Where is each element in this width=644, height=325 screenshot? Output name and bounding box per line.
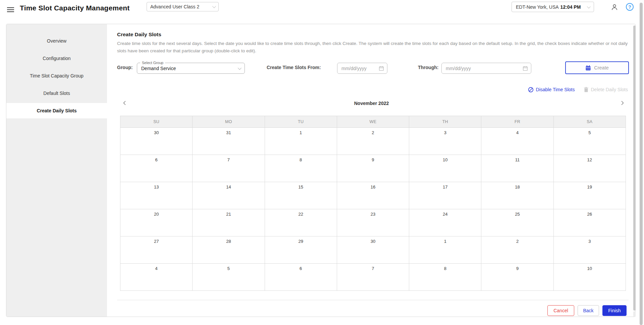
page-title: Time Slot Capacity Management bbox=[20, 4, 130, 12]
calendar-day-cell[interactable]: 11 bbox=[481, 155, 553, 182]
calendar-day-cell[interactable]: 1 bbox=[409, 236, 481, 264]
calendar-day-cell[interactable]: 8 bbox=[409, 264, 481, 291]
calendar-day-cell[interactable]: 7 bbox=[337, 264, 409, 291]
calendar-day-cell[interactable]: 9 bbox=[337, 155, 409, 182]
day-header: MO bbox=[193, 116, 265, 128]
calendar-day-cell[interactable]: 14 bbox=[193, 182, 265, 209]
calendar-day-cell[interactable]: 25 bbox=[481, 209, 553, 236]
calendar-day-cell[interactable]: 16 bbox=[337, 182, 409, 209]
calendar-day-cell[interactable]: 28 bbox=[193, 236, 265, 264]
calendar-week-row: 27 28 29 30 1 2 3 bbox=[120, 236, 626, 264]
delete-daily-slots-button[interactable]: Delete Daily Slots bbox=[584, 87, 628, 92]
calendar-day-cell[interactable]: 6 bbox=[120, 155, 193, 182]
hamburger-menu-icon[interactable] bbox=[7, 5, 15, 13]
content-scrollbar-thumb[interactable] bbox=[633, 25, 636, 311]
app-header: Time Slot Capacity Management Advanced U… bbox=[0, 0, 644, 19]
create-button[interactable]: Create bbox=[565, 61, 629, 74]
sidebar-item-time-slot-capacity-group[interactable]: Time Slot Capacity Group bbox=[6, 67, 107, 85]
calendar-header-row: SU MO TU WE TH FR SA bbox=[120, 116, 626, 128]
calendar-day-cell[interactable]: 6 bbox=[265, 264, 337, 291]
calendar-day-cell[interactable]: 19 bbox=[553, 182, 626, 209]
calendar-day-cell[interactable]: 20 bbox=[120, 209, 193, 236]
actions-row: Disable Time Slots Delete Daily Slots bbox=[117, 86, 629, 93]
calendar-day-cell[interactable]: 4 bbox=[120, 264, 193, 291]
section-description: Create time slots for the next several d… bbox=[117, 40, 629, 54]
chevron-down-icon bbox=[587, 4, 591, 8]
day-header: WE bbox=[337, 116, 409, 128]
calendar-day-cell[interactable]: 12 bbox=[553, 155, 626, 182]
user-profile-icon[interactable] bbox=[610, 3, 619, 11]
next-month-icon[interactable] bbox=[619, 100, 626, 107]
calendar-day-cell[interactable]: 15 bbox=[265, 182, 337, 209]
back-button[interactable]: Back bbox=[578, 305, 599, 316]
calendar-day-cell[interactable]: 9 bbox=[481, 264, 553, 291]
calendar-week-row: 4 5 6 7 8 9 10 bbox=[120, 264, 626, 291]
calendar-day-cell[interactable]: 21 bbox=[193, 209, 265, 236]
calendar-week-row: 6 7 8 9 10 11 12 bbox=[120, 155, 626, 182]
calendar-day-cell[interactable]: 7 bbox=[193, 155, 265, 182]
calendar-icon bbox=[585, 65, 591, 71]
controls-row: Group: Select Group Demand Service Creat… bbox=[117, 61, 629, 76]
disable-time-slots-label: Disable Time Slots bbox=[536, 87, 575, 92]
calendar-day-cell[interactable]: 22 bbox=[265, 209, 337, 236]
calendar-day-cell[interactable]: 8 bbox=[265, 155, 337, 182]
calendar-day-cell[interactable]: 13 bbox=[120, 182, 193, 209]
content-scrollbar bbox=[633, 25, 636, 317]
calendar-day-cell[interactable]: 10 bbox=[553, 264, 626, 291]
calendar-day-cell[interactable]: 1 bbox=[265, 128, 337, 155]
calendar-day-cell[interactable]: 30 bbox=[120, 128, 193, 155]
chevron-down-icon bbox=[238, 66, 241, 69]
footer-buttons: Cancel Back Finish bbox=[117, 305, 629, 316]
calendar-day-cell[interactable]: 18 bbox=[481, 182, 553, 209]
calendar-day-cell[interactable]: 5 bbox=[193, 264, 265, 291]
sidebar-item-default-slots[interactable]: Default Slots bbox=[6, 85, 107, 102]
window-scrollbar-thumb[interactable] bbox=[640, 3, 643, 325]
footer-divider bbox=[117, 300, 629, 300]
calendar-day-cell[interactable]: 23 bbox=[337, 209, 409, 236]
calendar-day-cell[interactable]: 27 bbox=[120, 236, 193, 264]
sidebar-item-overview[interactable]: Overview bbox=[6, 32, 107, 50]
calendar-icon[interactable] bbox=[379, 66, 384, 71]
calendar-icon[interactable] bbox=[523, 66, 528, 71]
from-label: Create Time Slots From: bbox=[267, 65, 321, 70]
user-class-value: Advanced User Class 2 bbox=[150, 4, 199, 9]
timezone-dropdown[interactable]: EDT-New York, USA 12:04 PM bbox=[512, 2, 594, 12]
calendar-day-cell[interactable]: 17 bbox=[409, 182, 481, 209]
chevron-down-icon bbox=[212, 4, 216, 8]
help-icon[interactable]: ? bbox=[626, 3, 634, 11]
sidebar-item-create-daily-slots[interactable]: Create Daily Slots bbox=[6, 103, 107, 118]
calendar-day-cell[interactable]: 3 bbox=[553, 236, 626, 264]
sidebar-item-configuration[interactable]: Configuration bbox=[6, 50, 107, 67]
main-panel: Create Daily Slots Create time slots for… bbox=[107, 24, 636, 317]
calendar-day-cell[interactable]: 24 bbox=[409, 209, 481, 236]
day-header: TU bbox=[265, 116, 337, 128]
through-date-field bbox=[441, 63, 531, 74]
calendar-day-cell[interactable]: 3 bbox=[409, 128, 481, 155]
through-date-input[interactable] bbox=[442, 63, 531, 73]
calendar-day-cell[interactable]: 29 bbox=[265, 236, 337, 264]
day-header: TH bbox=[409, 116, 481, 128]
calendar-day-cell[interactable]: 26 bbox=[553, 209, 626, 236]
disable-time-slots-button[interactable]: Disable Time Slots bbox=[528, 87, 575, 93]
calendar-day-cell[interactable]: 4 bbox=[481, 128, 553, 155]
content-card: Overview Configuration Time Slot Capacit… bbox=[6, 24, 636, 317]
calendar-day-cell[interactable]: 5 bbox=[553, 128, 626, 155]
ban-icon bbox=[528, 87, 534, 93]
day-header: FR bbox=[481, 116, 553, 128]
calendar-day-cell[interactable]: 31 bbox=[193, 128, 265, 155]
from-date-field bbox=[337, 63, 387, 74]
calendar-day-cell[interactable]: 2 bbox=[337, 128, 409, 155]
user-class-dropdown[interactable]: Advanced User Class 2 bbox=[147, 2, 219, 11]
cancel-button[interactable]: Cancel bbox=[547, 305, 574, 316]
group-select[interactable]: Select Group Demand Service bbox=[137, 63, 245, 74]
calendar-month-label: November 2022 bbox=[117, 101, 626, 106]
group-select-value: Demand Service bbox=[141, 66, 176, 71]
calendar-day-cell[interactable]: 2 bbox=[481, 236, 553, 264]
day-header: SA bbox=[553, 116, 626, 128]
calendar-day-cell[interactable]: 10 bbox=[409, 155, 481, 182]
calendar-day-cell[interactable]: 30 bbox=[337, 236, 409, 264]
group-select-floating-label: Select Group bbox=[140, 61, 165, 65]
finish-button[interactable]: Finish bbox=[602, 305, 627, 316]
through-label: Through: bbox=[418, 65, 438, 70]
delete-daily-slots-label: Delete Daily Slots bbox=[591, 87, 628, 92]
